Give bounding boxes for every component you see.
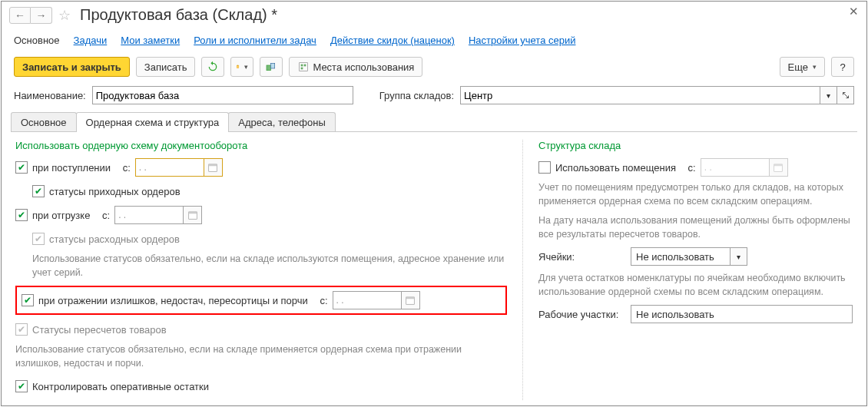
close-button[interactable]: ✕ [846,5,860,18]
checkbox-on-shipment[interactable]: ✔ [15,209,28,221]
nav-back-button[interactable]: ← [9,7,31,24]
cells-select-caret[interactable]: ▾ [731,247,747,266]
nav-link-tasks[interactable]: Задачи [74,35,108,46]
cells-label: Ячейки: [538,251,623,263]
refresh-icon [207,61,219,73]
group-open-button[interactable] [837,86,854,104]
rooms-date-input: . . [701,158,770,177]
svg-rect-5 [301,65,303,67]
svg-rect-4 [300,63,308,71]
nav-forward-button[interactable]: → [31,7,52,24]
help-button[interactable]: ? [831,57,854,77]
tab-addresses[interactable]: Адреса, телефоны [228,112,336,132]
nav-link-series[interactable]: Настройки учета серий [469,35,576,46]
svg-rect-9 [209,164,217,166]
label-use-rooms: Использовать помещения [555,162,676,174]
svg-rect-3 [271,63,275,68]
checkbox-on-receipt[interactable]: ✔ [15,161,28,174]
svg-rect-6 [304,65,306,67]
rooms-date-picker [770,158,788,177]
more-button[interactable]: Еще▾ [780,57,825,77]
areas-label: Рабочие участки: [538,309,623,320]
checkbox-receipt-statuses[interactable]: ✔ [32,185,45,197]
svg-rect-7 [301,68,303,70]
group-label: Группа складов: [379,90,454,101]
checkbox-use-rooms[interactable]: ✔ [538,161,551,174]
calendar-icon [405,295,416,306]
calendar-icon [207,162,218,173]
save-button[interactable]: Записать [136,57,196,77]
hint-recount: Использование статусов обязательно, если… [15,343,507,370]
checkbox-shipment-statuses: ✔ [32,233,45,245]
group-dropdown-button[interactable]: ▾ [820,86,837,104]
label-control-balances: Контролировать оперативные остатки [32,381,209,392]
svg-rect-13 [406,297,415,299]
surplus-date-picker[interactable] [402,291,420,309]
svg-rect-15 [774,164,783,166]
calendar-icon [187,210,198,220]
left-section-title: Использовать ордерную схему документообо… [15,140,507,151]
favorite-star-icon[interactable]: ☆ [57,8,72,23]
label-receipt-statuses: статусы приходных ордеров [49,186,181,197]
label-on-surplus: при отражении излишков, недостач, пересо… [38,295,308,306]
usage-button[interactable]: Места использования [289,57,422,77]
hint-rooms-2: На дату начала использования помещений д… [538,214,853,241]
link-docs-icon [265,61,277,73]
label-recount-statuses: Статусы пересчетов товаров [32,324,167,336]
section-nav: Основное Задачи Мои заметки Роли и испол… [2,27,866,52]
label-on-receipt: при поступлении [32,162,111,174]
areas-select[interactable]: Не использовать [631,305,853,323]
label-shipment-statuses: статусы расходных ордеров [49,233,180,245]
right-section-title: Структура склада [538,140,853,151]
shipment-date-picker[interactable] [184,206,202,224]
related-button[interactable] [260,57,283,77]
window-title: Продуктовая база (Склад) * [80,6,277,24]
refresh-button[interactable] [201,57,224,77]
shipment-date-input[interactable]: . . [114,206,184,224]
receipt-date-input[interactable]: . . [135,158,204,177]
checkbox-on-surplus[interactable]: ✔ [22,294,34,306]
surplus-row-highlight: ✔ при отражении излишков, недостач, пере… [15,286,507,315]
cells-select[interactable]: Не использовать [631,247,731,266]
tab-main[interactable]: Основное [11,112,77,132]
open-external-icon [841,91,850,100]
svg-rect-2 [267,65,270,71]
hint-statuses: Использование статусов обязательно, если… [32,253,507,280]
save-and-close-button[interactable]: Записать и закрыть [14,57,130,77]
name-input[interactable] [92,86,353,104]
svg-rect-0 [237,65,239,68]
checkbox-recount-statuses: ✔ [15,323,28,336]
hint-cells: Для учета остатков номенклатуры по ячейк… [538,272,853,299]
hint-rooms-1: Учет по помещениям предусмотрен только д… [538,181,853,208]
name-label: Наименование: [14,90,86,101]
tab-order-scheme[interactable]: Ордерная схема и структура [76,112,230,132]
nav-link-discounts[interactable]: Действие скидок (наценок) [330,35,455,46]
receipt-date-picker[interactable] [204,158,223,177]
calendar-icon [773,162,784,173]
reports-button[interactable]: ▾ [230,57,253,77]
nav-link-roles[interactable]: Роли и исполнители задач [194,35,316,46]
label-on-shipment: при отгрузке [32,210,90,221]
svg-rect-1 [237,65,239,66]
usage-icon [297,61,310,73]
surplus-date-input[interactable]: . . [333,291,402,309]
clipboard-icon [236,61,240,73]
nav-link-notes[interactable]: Мои заметки [121,35,180,46]
nav-link-main[interactable]: Основное [14,35,60,46]
checkbox-control-balances[interactable]: ✔ [15,380,28,392]
group-input[interactable] [460,86,820,104]
svg-rect-11 [188,212,197,213]
